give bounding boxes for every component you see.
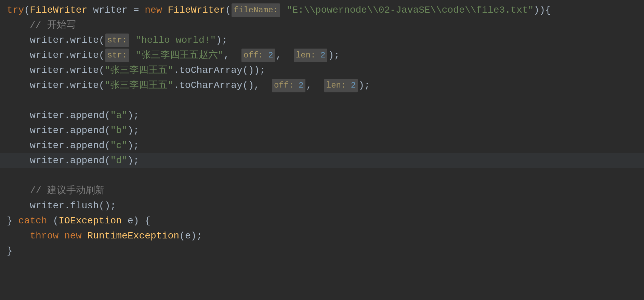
indent-5: writer.write(	[7, 78, 105, 93]
plain-19: (e);	[179, 229, 202, 243]
code-line-14: writer.flush();	[0, 198, 644, 213]
code-line-10: writer.append("c");	[0, 138, 644, 153]
string-chararray-2: "张三李四王五"	[105, 78, 174, 93]
number-2-4: 2	[351, 81, 356, 90]
indent-8: writer.append(	[7, 138, 110, 153]
param-name-off-2: off:	[274, 81, 294, 90]
space-2	[130, 48, 135, 63]
keyword-catch: catch	[18, 213, 47, 228]
indent-6: writer.append(	[7, 108, 110, 123]
plain-12: );	[128, 123, 139, 138]
plain-7: );	[328, 48, 340, 63]
code-line-blank-2	[0, 168, 644, 183]
code-line-blank-1	[0, 93, 644, 108]
comment-flush: // 建议手动刷新	[30, 183, 104, 198]
plain-3	[162, 3, 168, 17]
plain-17	[58, 229, 64, 243]
code-line-3: writer.write(str: "hello world!");	[0, 33, 644, 48]
hint-off-1: off: 2	[241, 49, 275, 62]
indent-7: writer.append(	[7, 123, 110, 138]
plain-10: );	[358, 78, 370, 93]
code-line-2: // 开始写	[0, 18, 644, 33]
param-name-len-1: len:	[296, 51, 316, 60]
param-name-len-2: len:	[326, 81, 346, 90]
plain-16: e) {	[122, 213, 150, 228]
code-line-13: // 建议手动刷新	[0, 183, 644, 198]
hint-off-2: off: 2	[272, 79, 305, 92]
plain-18	[81, 229, 87, 243]
string-hello: "hello world!"	[135, 33, 216, 48]
code-line-1: try(FileWriter writer = new FileWriter(f…	[0, 3, 644, 18]
string-filepath: "E:\\powernode\\02-JavaSE\\code\\file3.t…	[287, 3, 534, 17]
comma-1: ,	[224, 48, 241, 63]
plain-2: writer =	[87, 3, 145, 17]
plain-1: (	[24, 3, 30, 17]
code-line-6: writer.write("张三李四王五".toCharArray(), off…	[0, 78, 644, 93]
close-brace-final: }	[7, 244, 13, 258]
space-1	[130, 33, 135, 48]
space-len-1	[316, 51, 320, 60]
hint-str-1: str:	[105, 34, 129, 47]
plain-5: )){	[534, 3, 551, 17]
indent-10	[7, 183, 30, 198]
plain-13: );	[128, 138, 139, 153]
plain-15: (	[47, 213, 59, 228]
hint-str-2: str:	[105, 49, 129, 62]
string-chinese-1: "张三李四王五赵六"	[135, 48, 224, 63]
param-name-off-1: off:	[244, 51, 263, 60]
indent-11: writer.flush();	[7, 198, 116, 213]
code-line-9: writer.append("b");	[0, 123, 644, 138]
code-line-4: writer.write(str: "张三李四王五赵六", off: 2, le…	[0, 48, 644, 63]
keyword-new-2: new	[64, 229, 81, 243]
indent-2: writer.write(	[7, 33, 105, 48]
plain-9: .toCharArray(),	[173, 78, 271, 93]
number-2-1: 2	[268, 51, 273, 60]
keyword-throw: throw	[30, 229, 58, 243]
hint-len-1: len: 2	[294, 49, 327, 62]
number-2-2: 2	[320, 51, 325, 60]
plain-space	[281, 3, 287, 17]
keyword-new-1: new	[145, 3, 162, 17]
class-ioexception: IOException	[58, 213, 122, 228]
code-line-5: writer.write("张三李四王五".toCharArray());	[0, 63, 644, 78]
indent-9: writer.append(	[7, 153, 110, 168]
keyword-try: try	[7, 3, 24, 17]
plain-11: );	[128, 108, 139, 123]
number-2-3: 2	[299, 81, 303, 90]
string-append-d: "d"	[110, 153, 127, 168]
string-append-a: "a"	[110, 108, 127, 123]
code-line-8: writer.append("a");	[0, 108, 644, 123]
space-off-2	[294, 81, 299, 90]
class-runtimeexception: RuntimeException	[87, 229, 179, 243]
comment-start: // 开始写	[30, 18, 76, 32]
plain-6: );	[216, 33, 227, 48]
space-off-1	[263, 51, 268, 60]
code-editor: try(FileWriter writer = new FileWriter(f…	[0, 0, 644, 300]
comma-3: ,	[306, 78, 323, 93]
param-name-str-1: str:	[107, 36, 127, 45]
param-name-filename: fileName:	[234, 5, 278, 15]
space-len-2	[346, 81, 351, 90]
code-line-15: } catch (IOException e) {	[0, 213, 644, 229]
string-append-b: "b"	[110, 123, 127, 138]
indent-4: writer.write(	[7, 63, 105, 78]
indent-1	[7, 18, 30, 32]
hint-filename: fileName:	[232, 3, 280, 17]
param-name-str-2: str:	[107, 51, 127, 60]
class-filewriter-2: FileWriter	[168, 3, 225, 17]
plain-4: (	[225, 3, 231, 17]
class-filewriter-1: FileWriter	[30, 3, 87, 17]
plain-8: .toCharArray());	[173, 63, 265, 78]
code-line-11: writer.append("d");	[0, 153, 644, 168]
comma-2: ,	[276, 48, 293, 63]
close-brace-1: }	[7, 213, 18, 228]
plain-14: );	[128, 153, 139, 168]
indent-12	[7, 229, 30, 243]
string-append-c: "c"	[110, 138, 127, 153]
code-line-16: throw new RuntimeException(e);	[0, 229, 644, 244]
code-line-17: }	[0, 244, 644, 259]
indent-3: writer.write(	[7, 48, 105, 63]
hint-len-2: len: 2	[324, 79, 358, 92]
string-chararray-1: "张三李四王五"	[105, 63, 174, 78]
